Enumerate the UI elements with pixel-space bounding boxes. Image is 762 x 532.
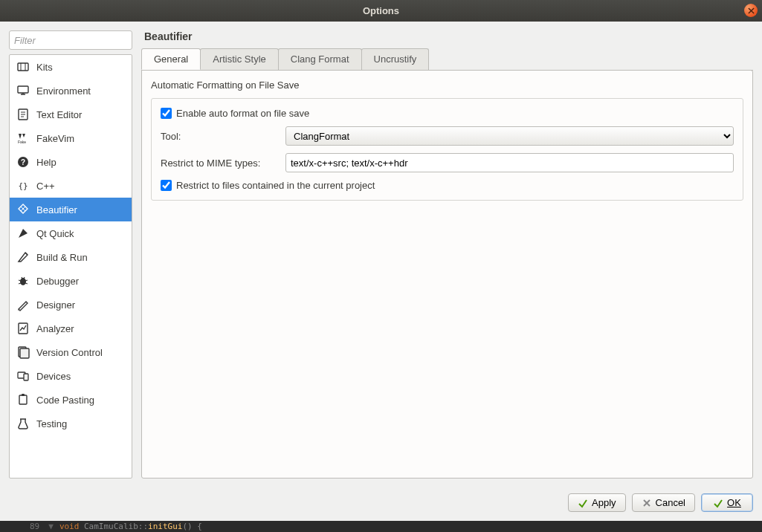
sidebar-item-label: Environment [36,85,91,97]
sidebar-item-version-control[interactable]: Version Control [10,340,132,364]
svg-text:{}: {} [18,181,28,191]
svg-rect-5 [18,86,28,93]
sidebar-item-text-editor[interactable]: Text Editor [10,103,132,126]
page-title: Beautifier [144,30,753,42]
environment-icon [16,84,30,97]
tool-select[interactable]: ClangFormat [285,126,734,146]
sidebar-item-testing[interactable]: Testing [10,412,132,435]
ok-button[interactable]: OK [701,493,753,512]
sidebar-item-label: Analyzer [36,323,74,334]
fold-icon: ▼ [48,522,54,531]
sidebar-item-kits[interactable]: Kits [10,55,132,79]
fakevim-icon: Fake [16,132,30,145]
check-icon [578,498,588,508]
sidebar-item-devices[interactable]: Devices [10,364,132,388]
tab-label: Uncrustify [374,53,417,65]
qt-quick-icon [16,227,30,240]
sidebar-item-label: Debugger [36,276,79,287]
dialog-footer: Apply Cancel OK [0,487,762,521]
restrict-project-checkbox[interactable] [161,180,172,191]
svg-rect-2 [18,63,28,71]
cpp-icon: {} [16,179,30,192]
tab-uncrustify[interactable]: Uncrustify [361,48,430,70]
text-editor-icon [16,108,30,121]
svg-text:Fake: Fake [18,140,26,144]
svg-rect-32 [22,394,25,396]
svg-rect-31 [19,395,27,404]
sidebar: Kits Environment Text Editor Fake FakeVi… [9,30,132,479]
svg-point-19 [20,278,26,285]
editor-strip: 89 ▼ void CamImuCalib::initGui() { [0,521,762,532]
sidebar-item-beautifier[interactable]: Beautifier [10,198,132,221]
auto-format-group: Enable auto format on file save Tool: Cl… [151,98,743,201]
sidebar-item-fakevim[interactable]: Fake FakeVim [10,126,132,150]
restrict-project-label[interactable]: Restrict to files contained in the curre… [176,180,375,191]
sidebar-item-build-run[interactable]: Build & Run [10,245,132,269]
sidebar-item-label: FakeVim [36,133,74,144]
line-number: 89 [30,522,39,531]
debugger-icon [16,274,30,288]
window-title: Options [363,5,399,16]
beautifier-icon [16,203,30,216]
titlebar: Options [0,0,762,22]
svg-line-24 [22,277,22,279]
sidebar-item-label: Qt Quick [36,228,74,239]
category-list[interactable]: Kits Environment Text Editor Fake FakeVi… [9,54,132,479]
svg-rect-30 [24,374,28,380]
tab-pane-general: Automatic Formatting on File Save Enable… [141,70,753,479]
check-icon [713,498,723,508]
svg-text:?: ? [21,158,25,166]
sidebar-item-label: C++ [36,181,55,192]
apply-button[interactable]: Apply [568,493,626,512]
sidebar-item-label: Testing [36,418,67,429]
sidebar-item-code-pasting[interactable]: Code Pasting [10,388,132,412]
tab-bar: General Artistic Style Clang Format Uncr… [141,48,753,71]
sidebar-item-debugger[interactable]: Debugger [10,269,132,293]
filter-input[interactable] [9,30,132,50]
dialog-body: Kits Environment Text Editor Fake FakeVi… [0,22,762,487]
sidebar-item-environment[interactable]: Environment [10,79,132,103]
svg-line-23 [25,283,28,284]
button-label: OK [727,497,741,508]
mime-input[interactable] [285,153,734,172]
sidebar-item-label: Kits [36,62,53,73]
close-button[interactable] [744,4,758,17]
tab-artistic-style[interactable]: Artistic Style [200,48,279,70]
svg-rect-28 [20,348,29,358]
sidebar-item-analyzer[interactable]: Analyzer [10,317,132,340]
tab-clang-format[interactable]: Clang Format [278,48,362,70]
testing-icon [16,417,30,430]
sidebar-item-label: Code Pasting [36,395,94,406]
svg-line-25 [24,277,25,279]
main-panel: Beautifier General Artistic Style Clang … [141,30,753,479]
group-title: Automatic Formatting on File Save [151,80,743,91]
sidebar-item-designer[interactable]: Designer [10,293,132,317]
enable-auto-format-checkbox[interactable] [161,108,172,119]
analyzer-icon [16,322,30,335]
sidebar-item-help[interactable]: ? Help [10,150,132,174]
devices-icon [16,369,30,383]
sidebar-item-label: Beautifier [36,204,77,215]
tab-label: General [154,53,188,65]
sidebar-item-label: Designer [36,299,75,311]
sidebar-item-label: Text Editor [36,109,82,120]
svg-line-18 [25,253,28,255]
close-icon [748,7,755,14]
sidebar-item-label: Help [36,157,56,168]
tab-general[interactable]: General [141,48,201,70]
code-pasting-icon [16,393,30,406]
cancel-icon [642,498,652,508]
cancel-button[interactable]: Cancel [632,493,695,512]
svg-line-22 [19,283,21,284]
enable-auto-format-label[interactable]: Enable auto format on file save [176,108,309,119]
tab-label: Clang Format [291,53,349,65]
mime-label: Restrict to MIME types: [161,158,280,169]
sidebar-item-qt-quick[interactable]: Qt Quick [10,221,132,245]
sidebar-item-cpp[interactable]: {} C++ [10,174,132,198]
kits-icon [16,60,30,74]
button-label: Cancel [656,497,685,508]
sidebar-item-label: Devices [36,371,71,382]
button-label: Apply [592,497,616,508]
tool-label: Tool: [161,131,280,142]
build-run-icon [16,250,30,264]
